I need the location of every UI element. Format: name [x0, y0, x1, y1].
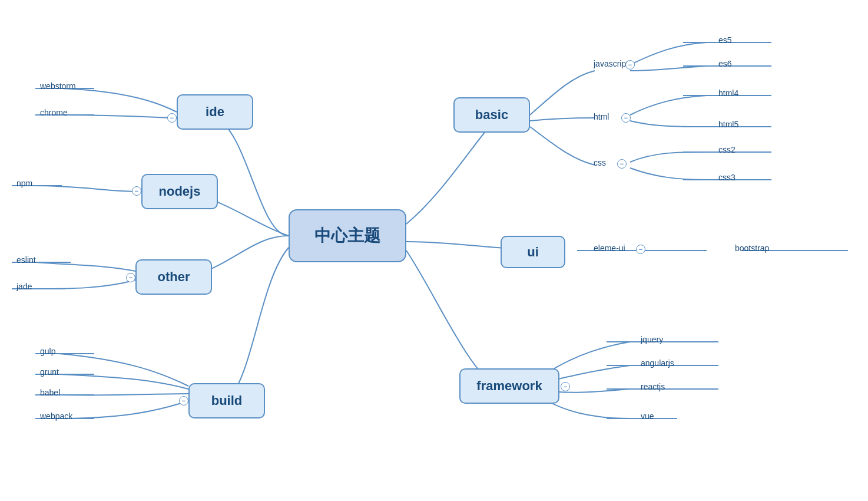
css3-label: css3: [718, 173, 736, 182]
build-node[interactable]: build: [188, 383, 265, 418]
jquery-label: jquery: [641, 335, 663, 344]
framework-node[interactable]: framework: [459, 368, 559, 404]
html4-label: html4: [718, 88, 738, 98]
webstorm-label: webstorm: [40, 81, 76, 91]
basic-label: basic: [475, 107, 508, 123]
eleme-ui-label: eleme-ui: [594, 243, 625, 253]
center-node: 中心主题: [289, 209, 406, 262]
grunt-label: grunt: [40, 367, 59, 377]
ide-label: ide: [206, 104, 224, 120]
other-label: other: [158, 269, 190, 285]
es6-label: es6: [718, 59, 732, 68]
build-collapse[interactable]: −: [179, 396, 188, 406]
other-collapse[interactable]: −: [126, 273, 135, 282]
webpack-label: webpack: [40, 411, 72, 421]
other-node[interactable]: other: [135, 259, 212, 295]
framework-label: framework: [476, 378, 542, 394]
eslint-label: eslint: [16, 255, 36, 265]
html-label: html: [594, 112, 609, 121]
reactjs-label: reactjs: [641, 382, 665, 391]
framework-collapse[interactable]: −: [561, 382, 570, 391]
jade-label: jade: [16, 282, 32, 291]
angularjs-label: angularjs: [641, 358, 674, 368]
basic-node[interactable]: basic: [453, 97, 530, 133]
build-label: build: [211, 393, 243, 408]
javascript-label: javascript: [594, 59, 628, 68]
babel-label: babel: [40, 388, 60, 397]
nodejs-label: nodejs: [159, 184, 201, 199]
css-collapse[interactable]: −: [617, 159, 627, 169]
html5-label: html5: [718, 120, 738, 129]
npm-label: npm: [16, 179, 32, 188]
vue-label: vue: [641, 411, 654, 421]
nodejs-node[interactable]: nodejs: [141, 174, 218, 209]
ui-label: ui: [527, 245, 539, 260]
html-collapse[interactable]: −: [621, 113, 631, 123]
ide-node[interactable]: ide: [177, 94, 253, 130]
ide-collapse[interactable]: −: [167, 113, 177, 123]
javascript-collapse[interactable]: −: [625, 60, 635, 70]
nodejs-collapse[interactable]: −: [132, 186, 141, 196]
css-label: css: [594, 158, 606, 167]
ui-node[interactable]: ui: [501, 236, 565, 268]
eleme-ui-collapse[interactable]: −: [636, 245, 645, 254]
bootstrap-label: bootstrap: [735, 243, 769, 253]
center-label: 中心主题: [314, 225, 380, 247]
es5-label: es5: [718, 35, 732, 45]
chrome-label: chrome: [40, 108, 68, 117]
gulp-label: gulp: [40, 347, 55, 356]
css2-label: css2: [718, 145, 736, 154]
